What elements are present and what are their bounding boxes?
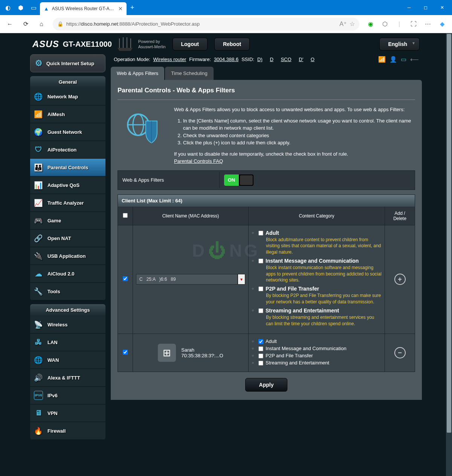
sidebar-item-tools[interactable]: 🔧Tools bbox=[30, 283, 105, 300]
back-button[interactable]: ← bbox=[3, 17, 17, 31]
category-option[interactable]: Instant Message and Communication bbox=[258, 258, 382, 264]
sidebar-item-aimesh[interactable]: 📶AiMesh bbox=[30, 106, 105, 123]
category-checkbox[interactable] bbox=[258, 354, 263, 358]
sidebar-item-aiprotection[interactable]: 🛡AiProtection bbox=[30, 141, 105, 159]
category-title: Adult bbox=[266, 230, 279, 236]
firmware-link[interactable]: 3004.388.6 bbox=[214, 57, 238, 62]
category-option[interactable]: Streaming and Entertainment bbox=[258, 360, 382, 366]
category-checkbox[interactable] bbox=[258, 308, 263, 313]
client-mac-input[interactable] bbox=[136, 274, 238, 285]
sidebar-item-wireless[interactable]: 📡Wireless bbox=[30, 316, 105, 334]
sidebar-icon: 🔧 bbox=[34, 287, 43, 296]
category-checkbox[interactable] bbox=[258, 259, 263, 263]
sidebar-item-wan[interactable]: 🌐WAN bbox=[30, 351, 105, 369]
delete-rule-button[interactable]: − bbox=[394, 347, 406, 358]
row-enable-checkbox[interactable] bbox=[123, 350, 128, 355]
category-option[interactable]: Adult bbox=[258, 230, 382, 236]
category-checkbox[interactable] bbox=[258, 346, 263, 351]
address-bar[interactable]: 🔒 https://disco.homeip.net:8888/AiProtec… bbox=[53, 18, 359, 31]
extensions-icon[interactable]: ⬡ bbox=[378, 17, 392, 31]
tab-time-scheduling[interactable]: Time Scheduling bbox=[165, 67, 213, 80]
client-dropdown-arrow[interactable]: ▼ bbox=[238, 274, 245, 285]
quick-internet-setup[interactable]: ⚙ Quick Internet Setup bbox=[30, 54, 105, 72]
wifi-status-icon[interactable]: 📶 bbox=[378, 56, 386, 63]
guest-status-icon[interactable]: 👤 bbox=[389, 56, 397, 63]
select-all-checkbox[interactable] bbox=[123, 213, 128, 218]
app-icon[interactable]: ◐ bbox=[2, 1, 14, 14]
sidebar-item-label: Game bbox=[47, 218, 61, 223]
add-rule-button[interactable]: + bbox=[394, 274, 406, 285]
col-add-delete: Add / Delete bbox=[385, 207, 415, 225]
category-option[interactable]: Instant Message and Communication bbox=[258, 346, 382, 351]
category-checkbox[interactable] bbox=[258, 361, 263, 366]
status-bar: Operation Mode: Wireless router Firmware… bbox=[111, 54, 422, 64]
sidebar-advanced-header: Advanced Settings bbox=[30, 304, 105, 316]
sidebar-item-label: Parental Controls bbox=[47, 165, 88, 170]
filter-toggle[interactable]: ON bbox=[224, 174, 253, 186]
category-checkbox[interactable] bbox=[258, 339, 263, 344]
sidebar-item-aicloud-2-0[interactable]: ☁AiCloud 2.0 bbox=[30, 265, 105, 283]
category-checkbox[interactable] bbox=[258, 286, 263, 291]
usb-status-icon[interactable]: ⟵ bbox=[410, 56, 419, 63]
row-enable-checkbox[interactable] bbox=[123, 276, 128, 281]
sidebar-item-game[interactable]: 🎮Game bbox=[30, 212, 105, 230]
refresh-button[interactable]: ⟳ bbox=[19, 17, 32, 31]
grammarly-icon[interactable]: ◉ bbox=[364, 17, 377, 31]
sidebar-item-usb-application[interactable]: 🔌USB Application bbox=[30, 247, 105, 265]
sidebar-item-parental-controls[interactable]: 👪Parental Controls bbox=[30, 159, 105, 176]
sidebar-item-label: AiCloud 2.0 bbox=[47, 271, 75, 277]
more-icon[interactable]: ⋯ bbox=[421, 17, 435, 31]
tab-web-apps-filters[interactable]: Web & Apps Filters bbox=[111, 67, 164, 80]
op-mode-link[interactable]: Wireless router bbox=[153, 57, 186, 62]
ssid-link[interactable]: D bbox=[270, 57, 273, 62]
ssid-link[interactable]: D' bbox=[299, 57, 303, 62]
reader-icon[interactable]: A⁺ bbox=[339, 20, 347, 28]
screenshot-icon[interactable]: ⛶ bbox=[407, 17, 420, 31]
favorite-icon[interactable]: ☆ bbox=[350, 20, 355, 28]
ssid-link[interactable]: D) bbox=[257, 57, 263, 62]
sidebar-item-alexa-ifttt[interactable]: 🔊Alexa & IFTTT bbox=[30, 369, 105, 387]
category-option[interactable]: P2P and File Transfer bbox=[258, 353, 382, 358]
logout-button[interactable]: Logout bbox=[173, 38, 208, 51]
sidebar-icon: 👪 bbox=[34, 163, 43, 172]
minimize-button[interactable]: ─ bbox=[401, 0, 417, 15]
workspaces-icon[interactable]: ⬢ bbox=[14, 1, 27, 14]
tab-actions-icon[interactable]: ▭ bbox=[27, 1, 40, 14]
browser-tab[interactable]: ▲ ASUS Wireless Router GT-AXE11 ✕ bbox=[40, 2, 127, 15]
category-checkbox[interactable] bbox=[258, 231, 263, 236]
sidebar-item-ipv6[interactable]: IPV6IPv6 bbox=[30, 387, 105, 404]
sidebar-item-firewall[interactable]: 🔥Firewall bbox=[30, 422, 105, 440]
new-tab-button[interactable]: + bbox=[127, 4, 138, 12]
sidebar-item-adaptive-qos[interactable]: 📊Adaptive QoS bbox=[30, 176, 105, 194]
lan-status-icon[interactable]: ▭ bbox=[401, 56, 406, 63]
category-option[interactable]: Streaming and Entertainment bbox=[258, 308, 382, 314]
sidebar-item-vpn[interactable]: 🖥VPN bbox=[30, 404, 105, 422]
category-title: P2P and File Transfer bbox=[266, 353, 313, 358]
copilot-icon[interactable]: ◆ bbox=[435, 17, 449, 31]
apply-button[interactable]: Apply bbox=[245, 378, 288, 392]
close-window-button[interactable]: ✕ bbox=[434, 0, 450, 15]
toggle-label: Web & Apps Filters bbox=[118, 172, 220, 188]
tab-favicon-icon: ▲ bbox=[44, 6, 49, 12]
sidebar-item-label: Wireless bbox=[47, 322, 67, 328]
scrollbar[interactable] bbox=[446, 33, 452, 476]
ssid-link[interactable]: O bbox=[311, 57, 315, 62]
tab-close-icon[interactable]: ✕ bbox=[118, 6, 123, 12]
sidebar-item-guest-network[interactable]: 🌍Guest Network bbox=[30, 123, 105, 141]
category-description: By blocking streaming and entertainment … bbox=[266, 314, 382, 327]
category-option[interactable]: Adult bbox=[258, 338, 382, 344]
browser-toolbar: ← ⟳ ⌂ 🔒 https://disco.homeip.net:8888/Ai… bbox=[0, 15, 452, 33]
home-button[interactable]: ⌂ bbox=[35, 17, 48, 31]
reboot-button[interactable]: Reboot bbox=[214, 38, 250, 51]
sidebar-item-traffic-analyzer[interactable]: 📈Traffic Analyzer bbox=[30, 194, 105, 212]
sidebar-item-open-nat[interactable]: 🔗Open NAT bbox=[30, 230, 105, 247]
language-select[interactable]: English bbox=[379, 38, 420, 51]
tab-title: ASUS Wireless Router GT-AXE11 bbox=[52, 6, 115, 11]
category-option[interactable]: P2P and File Transfer bbox=[258, 286, 382, 292]
ssid-link[interactable]: SCO bbox=[281, 57, 291, 62]
maximize-button[interactable]: ◻ bbox=[417, 0, 434, 15]
faq-link[interactable]: Parental Controls FAQ bbox=[174, 158, 223, 164]
intro-text: Web & Apps Filters allows you to block a… bbox=[174, 106, 411, 165]
sidebar-item-network-map[interactable]: 🌐Network Map bbox=[30, 88, 105, 106]
sidebar-item-lan[interactable]: 🖧LAN bbox=[30, 334, 105, 351]
